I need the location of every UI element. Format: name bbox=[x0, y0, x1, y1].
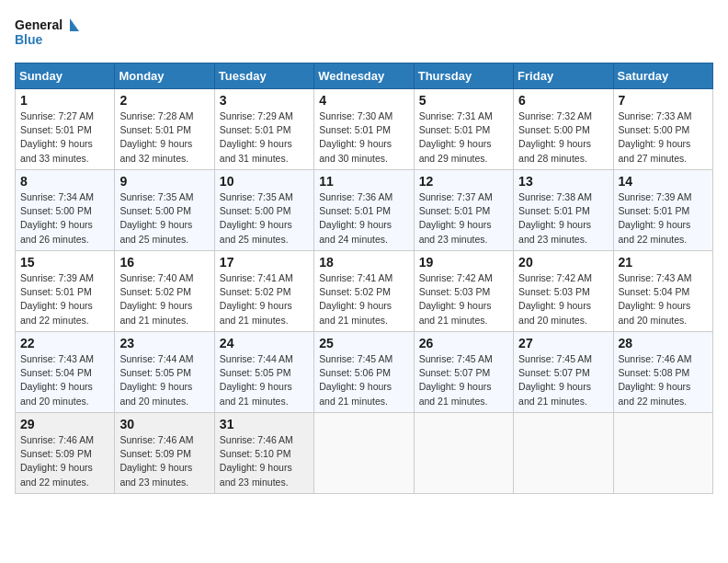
calendar-cell: 23Sunrise: 7:44 AMSunset: 5:05 PMDayligh… bbox=[115, 332, 214, 413]
day-detail: Sunrise: 7:27 AMSunset: 5:01 PMDaylight:… bbox=[20, 109, 109, 166]
day-detail: Sunrise: 7:46 AMSunset: 5:08 PMDaylight:… bbox=[619, 352, 708, 408]
day-header-tuesday: Tuesday bbox=[214, 63, 313, 89]
day-detail: Sunrise: 7:32 AMSunset: 5:00 PMDaylight:… bbox=[518, 109, 608, 166]
day-header-friday: Friday bbox=[514, 63, 613, 89]
day-number: 11 bbox=[319, 174, 408, 189]
calendar-cell: 16Sunrise: 7:40 AMSunset: 5:02 PMDayligh… bbox=[115, 251, 214, 332]
calendar-cell: 28Sunrise: 7:46 AMSunset: 5:08 PMDayligh… bbox=[613, 332, 712, 413]
calendar-cell: 3Sunrise: 7:29 AMSunset: 5:01 PMDaylight… bbox=[214, 89, 313, 170]
day-detail: Sunrise: 7:41 AMSunset: 5:02 PMDaylight:… bbox=[220, 271, 309, 327]
day-detail: Sunrise: 7:46 AMSunset: 5:09 PMDaylight:… bbox=[20, 433, 109, 489]
day-detail: Sunrise: 7:39 AMSunset: 5:01 PMDaylight:… bbox=[20, 271, 109, 327]
day-number: 4 bbox=[319, 93, 408, 108]
day-detail: Sunrise: 7:38 AMSunset: 5:01 PMDaylight:… bbox=[518, 190, 608, 247]
calendar-cell: 21Sunrise: 7:43 AMSunset: 5:04 PMDayligh… bbox=[613, 251, 712, 332]
day-detail: Sunrise: 7:44 AMSunset: 5:05 PMDaylight:… bbox=[220, 352, 309, 408]
day-number: 22 bbox=[20, 336, 109, 350]
day-detail: Sunrise: 7:36 AMSunset: 5:01 PMDaylight:… bbox=[319, 190, 408, 247]
day-detail: Sunrise: 7:28 AMSunset: 5:01 PMDaylight:… bbox=[119, 109, 209, 166]
day-number: 3 bbox=[220, 93, 309, 108]
calendar-cell: 24Sunrise: 7:44 AMSunset: 5:05 PMDayligh… bbox=[214, 332, 313, 413]
calendar-cell: 6Sunrise: 7:32 AMSunset: 5:00 PMDaylight… bbox=[514, 89, 613, 170]
day-number: 5 bbox=[419, 93, 508, 108]
day-detail: Sunrise: 7:43 AMSunset: 5:04 PMDaylight:… bbox=[619, 271, 708, 327]
calendar-cell: 15Sunrise: 7:39 AMSunset: 5:01 PMDayligh… bbox=[16, 251, 115, 332]
calendar-cell: 19Sunrise: 7:42 AMSunset: 5:03 PMDayligh… bbox=[414, 251, 513, 332]
day-number: 20 bbox=[518, 255, 608, 270]
calendar-cell: 22Sunrise: 7:43 AMSunset: 5:04 PMDayligh… bbox=[16, 332, 115, 413]
day-detail: Sunrise: 7:30 AMSunset: 5:01 PMDaylight:… bbox=[319, 109, 408, 166]
day-number: 24 bbox=[220, 336, 309, 350]
day-number: 12 bbox=[419, 174, 508, 189]
calendar-cell: 12Sunrise: 7:37 AMSunset: 5:01 PMDayligh… bbox=[414, 170, 513, 251]
calendar-week-row: 8Sunrise: 7:34 AMSunset: 5:00 PMDaylight… bbox=[16, 170, 713, 251]
day-detail: Sunrise: 7:34 AMSunset: 5:00 PMDaylight:… bbox=[20, 190, 109, 247]
calendar-cell: 1Sunrise: 7:27 AMSunset: 5:01 PMDaylight… bbox=[16, 89, 115, 170]
calendar-cell: 26Sunrise: 7:45 AMSunset: 5:07 PMDayligh… bbox=[414, 332, 513, 413]
calendar-week-row: 1Sunrise: 7:27 AMSunset: 5:01 PMDaylight… bbox=[16, 89, 713, 170]
logo: General Blue bbox=[15, 15, 79, 52]
day-number: 31 bbox=[220, 417, 309, 431]
calendar-cell: 18Sunrise: 7:41 AMSunset: 5:02 PMDayligh… bbox=[314, 251, 414, 332]
day-detail: Sunrise: 7:46 AMSunset: 5:10 PMDaylight:… bbox=[220, 433, 309, 489]
calendar-cell: 17Sunrise: 7:41 AMSunset: 5:02 PMDayligh… bbox=[214, 251, 313, 332]
calendar-cell: 27Sunrise: 7:45 AMSunset: 5:07 PMDayligh… bbox=[514, 332, 613, 413]
calendar-cell: 9Sunrise: 7:35 AMSunset: 5:00 PMDaylight… bbox=[115, 170, 214, 251]
day-number: 18 bbox=[319, 255, 408, 270]
calendar-cell: 20Sunrise: 7:42 AMSunset: 5:03 PMDayligh… bbox=[514, 251, 613, 332]
day-detail: Sunrise: 7:42 AMSunset: 5:03 PMDaylight:… bbox=[419, 271, 508, 327]
day-header-saturday: Saturday bbox=[613, 63, 712, 89]
calendar-cell bbox=[414, 413, 513, 494]
calendar-week-row: 15Sunrise: 7:39 AMSunset: 5:01 PMDayligh… bbox=[16, 251, 713, 332]
day-detail: Sunrise: 7:46 AMSunset: 5:09 PMDaylight:… bbox=[119, 433, 209, 489]
day-number: 25 bbox=[319, 336, 408, 350]
day-number: 19 bbox=[419, 255, 508, 270]
day-number: 2 bbox=[119, 93, 209, 108]
day-number: 28 bbox=[619, 336, 708, 350]
day-number: 9 bbox=[119, 174, 209, 189]
svg-text:Blue: Blue bbox=[15, 32, 43, 47]
calendar-table: SundayMondayTuesdayWednesdayThursdayFrid… bbox=[15, 63, 713, 494]
day-detail: Sunrise: 7:42 AMSunset: 5:03 PMDaylight:… bbox=[518, 271, 608, 327]
day-detail: Sunrise: 7:44 AMSunset: 5:05 PMDaylight:… bbox=[119, 352, 209, 408]
day-detail: Sunrise: 7:39 AMSunset: 5:01 PMDaylight:… bbox=[619, 190, 708, 247]
calendar-cell: 30Sunrise: 7:46 AMSunset: 5:09 PMDayligh… bbox=[115, 413, 214, 494]
day-header-wednesday: Wednesday bbox=[314, 63, 414, 89]
calendar-cell: 10Sunrise: 7:35 AMSunset: 5:00 PMDayligh… bbox=[214, 170, 313, 251]
calendar-cell: 31Sunrise: 7:46 AMSunset: 5:10 PMDayligh… bbox=[214, 413, 313, 494]
calendar-week-row: 29Sunrise: 7:46 AMSunset: 5:09 PMDayligh… bbox=[16, 413, 713, 494]
day-detail: Sunrise: 7:33 AMSunset: 5:00 PMDaylight:… bbox=[619, 109, 708, 166]
day-number: 1 bbox=[20, 93, 109, 108]
day-number: 6 bbox=[518, 93, 608, 108]
calendar-cell: 2Sunrise: 7:28 AMSunset: 5:01 PMDaylight… bbox=[115, 89, 214, 170]
day-number: 8 bbox=[20, 174, 109, 189]
day-header-row: SundayMondayTuesdayWednesdayThursdayFrid… bbox=[16, 63, 713, 89]
calendar-cell: 7Sunrise: 7:33 AMSunset: 5:00 PMDaylight… bbox=[613, 89, 712, 170]
day-number: 13 bbox=[518, 174, 608, 189]
day-detail: Sunrise: 7:37 AMSunset: 5:01 PMDaylight:… bbox=[419, 190, 508, 247]
day-number: 15 bbox=[20, 255, 109, 270]
day-detail: Sunrise: 7:41 AMSunset: 5:02 PMDaylight:… bbox=[319, 271, 408, 327]
day-detail: Sunrise: 7:29 AMSunset: 5:01 PMDaylight:… bbox=[220, 109, 309, 166]
calendar-cell: 14Sunrise: 7:39 AMSunset: 5:01 PMDayligh… bbox=[613, 170, 712, 251]
day-number: 29 bbox=[20, 417, 109, 431]
svg-text:General: General bbox=[15, 17, 63, 32]
day-number: 10 bbox=[220, 174, 309, 189]
day-number: 7 bbox=[619, 93, 708, 108]
day-number: 16 bbox=[119, 255, 209, 270]
day-number: 30 bbox=[119, 417, 209, 431]
day-detail: Sunrise: 7:45 AMSunset: 5:06 PMDaylight:… bbox=[319, 352, 408, 408]
calendar-cell bbox=[613, 413, 712, 494]
day-number: 23 bbox=[119, 336, 209, 350]
page-header: General Blue bbox=[15, 15, 713, 52]
day-header-monday: Monday bbox=[115, 63, 214, 89]
day-detail: Sunrise: 7:45 AMSunset: 5:07 PMDaylight:… bbox=[518, 352, 608, 408]
day-detail: Sunrise: 7:45 AMSunset: 5:07 PMDaylight:… bbox=[419, 352, 508, 408]
day-number: 27 bbox=[518, 336, 608, 350]
logo-svg: General Blue bbox=[15, 15, 79, 52]
calendar-cell: 4Sunrise: 7:30 AMSunset: 5:01 PMDaylight… bbox=[314, 89, 414, 170]
day-detail: Sunrise: 7:31 AMSunset: 5:01 PMDaylight:… bbox=[419, 109, 508, 166]
day-header-sunday: Sunday bbox=[16, 63, 115, 89]
day-number: 14 bbox=[619, 174, 708, 189]
day-number: 26 bbox=[419, 336, 508, 350]
